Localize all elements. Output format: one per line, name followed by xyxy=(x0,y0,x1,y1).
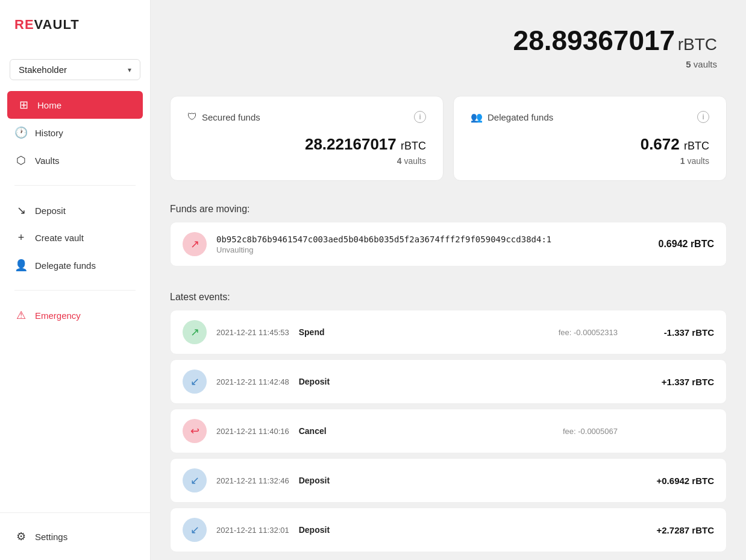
event-1-amount: -1.337 rBTC xyxy=(642,327,714,338)
secured-info-icon[interactable]: i xyxy=(414,111,426,123)
events-section: ↗ 2021-12-21 11:45:53 Spend fee: -0.0005… xyxy=(151,310,746,560)
event-2-icon: ↙ xyxy=(183,370,207,394)
role-label: Stakeholder xyxy=(19,64,67,75)
moving-tx-amount-currency: rBTC xyxy=(691,239,714,249)
sidebar: REVAULT Stakeholder ▾ ⊞ Home 🕐 History ⬡… xyxy=(0,0,151,560)
secured-vault-count: 4 xyxy=(397,156,402,166)
delegated-card-vaults: 1 vaults xyxy=(471,156,709,166)
role-selector[interactable]: Stakeholder ▾ xyxy=(10,59,140,80)
moving-section-header: Funds are moving: xyxy=(151,193,746,222)
event-4-type: Deposit xyxy=(299,476,330,485)
balance-header: 28.89367017 rBTC 5 vaults xyxy=(151,0,746,84)
sidebar-item-history-label: History xyxy=(35,128,63,138)
delegate-funds-icon: 👤 xyxy=(14,259,28,272)
sidebar-item-settings[interactable]: ⚙ Settings xyxy=(0,523,150,550)
event-row-5[interactable]: ↙ 2021-12-21 11:32:01 Deposit +2.7287 rB… xyxy=(170,508,727,552)
event-5-icon: ↙ xyxy=(183,518,207,542)
logo-re: RE xyxy=(14,17,34,33)
create-vault-icon: + xyxy=(14,231,28,244)
shield-icon: 🛡 xyxy=(187,112,197,122)
nav-divider-1 xyxy=(14,185,136,186)
vaults-icon: ⬡ xyxy=(14,154,28,167)
nav-section-actions: ↘ Deposit + Create vault 👤 Delegate fund… xyxy=(0,190,150,285)
delegated-amount-value: 0.672 xyxy=(641,135,680,153)
fund-cards-row: 🛡 Secured funds i 28.22167017 rBTC 4 vau… xyxy=(151,84,746,193)
secured-card-vaults: 4 vaults xyxy=(187,156,426,166)
delegated-info-icon[interactable]: i xyxy=(697,111,709,123)
sidebar-item-settings-label: Settings xyxy=(35,532,67,542)
moving-tx-row[interactable]: ↗ 0b952c8b76b9461547c003aed5b04b6b035d5f… xyxy=(170,222,727,266)
logo-area: REVAULT xyxy=(0,0,150,47)
nav-section-main: ⊞ Home 🕐 History ⬡ Vaults xyxy=(0,85,150,180)
delegated-card-title-label: Delegated funds xyxy=(487,112,553,122)
event-5-datetime: 2021-12-21 11:32:01 xyxy=(216,526,289,535)
secured-card-title: 🛡 Secured funds xyxy=(187,112,260,122)
event-row-4[interactable]: ↙ 2021-12-21 11:32:46 Deposit +0.6942 rB… xyxy=(170,458,727,503)
sidebar-item-home[interactable]: ⊞ Home xyxy=(7,91,143,119)
sidebar-item-vaults-label: Vaults xyxy=(35,156,60,166)
event-3-icon: ↩ xyxy=(183,419,207,443)
warning-icon: ⚠ xyxy=(14,309,28,322)
sidebar-item-delegate-funds-label: Delegate funds xyxy=(35,260,96,271)
event-4-amount: +0.6942 rBTC xyxy=(642,476,714,486)
moving-tx-icon: ↗ xyxy=(183,232,207,256)
moving-tx-amount-value: 0.6942 xyxy=(659,239,688,249)
history-icon: 🕐 xyxy=(14,126,28,139)
event-1-fee: fee: -0.00052313 xyxy=(334,328,633,337)
secured-funds-card: 🛡 Secured funds i 28.22167017 rBTC 4 vau… xyxy=(170,96,444,181)
secured-amount-value: 28.22167017 xyxy=(305,135,397,153)
secured-amount-currency: rBTC xyxy=(401,140,426,152)
moving-tx-label: Unvaulting xyxy=(216,245,649,254)
secured-card-amount: 28.22167017 rBTC xyxy=(187,135,426,154)
event-1-datetime: 2021-12-21 11:45:53 xyxy=(216,328,289,337)
nav-section-emergency: ⚠ Emergency xyxy=(0,295,150,335)
secured-vault-label: vaults xyxy=(404,156,426,166)
delegated-vault-label: vaults xyxy=(687,156,709,166)
settings-icon: ⚙ xyxy=(14,530,28,543)
logo: REVAULT xyxy=(14,17,136,33)
logo-vault: VAULT xyxy=(34,17,80,33)
vault-count: 5 vaults xyxy=(180,59,717,69)
sidebar-item-delegate-funds[interactable]: 👤 Delegate funds xyxy=(0,251,150,279)
delegate-icon: 👥 xyxy=(471,112,483,123)
nav-divider-2 xyxy=(14,290,136,291)
events-section-label: Latest events: xyxy=(170,292,230,302)
sidebar-bottom: ⚙ Settings xyxy=(0,512,150,560)
sidebar-item-emergency[interactable]: ⚠ Emergency xyxy=(0,301,150,329)
delegated-card-header: 👥 Delegated funds i xyxy=(471,111,709,123)
sidebar-top: Stakeholder ▾ xyxy=(0,47,150,85)
event-3-type: Cancel xyxy=(299,426,327,436)
sidebar-item-home-label: Home xyxy=(37,100,61,110)
delegated-card-title: 👥 Delegated funds xyxy=(471,112,553,123)
event-2-amount: +1.337 rBTC xyxy=(642,377,714,387)
balance-display: 28.89367017 rBTC xyxy=(180,24,717,57)
events-section-header: Latest events: xyxy=(151,281,746,310)
event-1-icon: ↗ xyxy=(183,320,207,344)
vault-count-number: 5 xyxy=(686,59,691,69)
event-4-icon: ↙ xyxy=(183,468,207,492)
moving-tx-hash: 0b952c8b76b9461547c003aed5b04b6b035d5f2a… xyxy=(216,234,649,244)
sidebar-item-create-vault-label: Create vault xyxy=(35,233,84,243)
sidebar-item-vaults[interactable]: ⬡ Vaults xyxy=(0,146,150,174)
moving-section-label: Funds are moving: xyxy=(170,204,250,214)
moving-section: ↗ 0b952c8b76b9461547c003aed5b04b6b035d5f… xyxy=(151,222,746,281)
secured-card-title-label: Secured funds xyxy=(202,112,260,122)
event-2-type: Deposit xyxy=(299,377,330,386)
event-5-amount: +2.7287 rBTC xyxy=(642,525,714,535)
balance-amount: 28.89367017 xyxy=(513,25,675,56)
delegated-vault-count: 1 xyxy=(680,156,685,166)
delegated-amount-currency: rBTC xyxy=(684,140,709,152)
sidebar-item-history[interactable]: 🕐 History xyxy=(0,119,150,146)
balance-currency: rBTC xyxy=(678,35,717,54)
sidebar-item-deposit[interactable]: ↘ Deposit xyxy=(0,197,150,224)
deposit-icon: ↘ xyxy=(14,204,28,217)
event-row-2[interactable]: ↙ 2021-12-21 11:42:48 Deposit +1.337 rBT… xyxy=(170,359,727,404)
secured-card-header: 🛡 Secured funds i xyxy=(187,111,426,123)
sidebar-item-create-vault[interactable]: + Create vault xyxy=(0,224,150,251)
moving-tx-info: 0b952c8b76b9461547c003aed5b04b6b035d5f2a… xyxy=(216,234,649,254)
event-1-type: Spend xyxy=(299,327,325,337)
event-row-1[interactable]: ↗ 2021-12-21 11:45:53 Spend fee: -0.0005… xyxy=(170,310,727,354)
event-3-datetime: 2021-12-21 11:40:16 xyxy=(216,427,289,436)
sidebar-item-emergency-label: Emergency xyxy=(35,310,81,321)
event-row-3[interactable]: ↩ 2021-12-21 11:40:16 Cancel fee: -0.000… xyxy=(170,409,727,453)
